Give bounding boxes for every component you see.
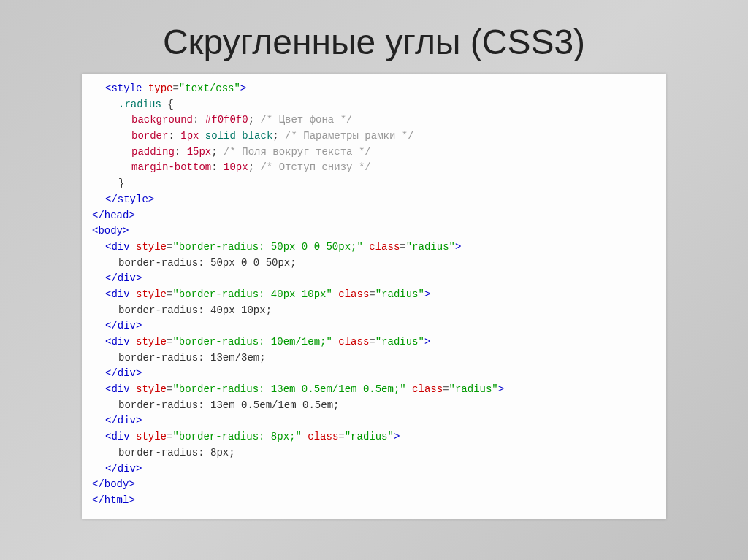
- code-text: 1px: [180, 130, 199, 142]
- code-text: </body>: [92, 478, 135, 490]
- code-text: /* Параметры рамки */: [285, 130, 413, 142]
- code-block: <style type="text/css">.radius {backgrou…: [82, 74, 666, 519]
- page-title: Скругленные углы (CSS3): [0, 22, 748, 62]
- code-text: <div: [105, 431, 130, 442]
- code-text: "text/css": [179, 83, 240, 94]
- code-text: black: [242, 130, 272, 142]
- code-text: padding: [131, 146, 175, 158]
- code-text: class: [308, 431, 338, 442]
- code-text: =: [172, 83, 178, 94]
- code-text: #f0f0f0: [205, 114, 248, 126]
- code-text: <div: [105, 288, 130, 300]
- code-text: {: [167, 99, 173, 110]
- code-text: border-radius: 13em 0.5em/1em 0.5em;: [118, 399, 339, 411]
- code-text: >: [240, 83, 246, 94]
- code-text: border-radius: 40px 10px;: [118, 304, 272, 316]
- slide: Скругленные углы (CSS3) <style type="tex…: [0, 0, 748, 560]
- code-text: /* Поля вокруг текста */: [224, 146, 371, 158]
- code-text: <div: [105, 383, 130, 395]
- code-text: <div: [105, 241, 130, 253]
- code-text: style: [136, 241, 167, 253]
- code-text: border-radius: 13em/3em;: [118, 352, 266, 364]
- code-text: >: [424, 288, 430, 300]
- code-text: <body>: [92, 225, 129, 237]
- code-text: class: [369, 241, 400, 253]
- code-text: "radius": [375, 288, 424, 300]
- code-text: >: [394, 431, 400, 442]
- code-text: style: [136, 383, 167, 395]
- code-text: class: [338, 288, 369, 300]
- code-text: }: [118, 177, 124, 189]
- code-text: type: [148, 83, 173, 94]
- code-text: /* Отступ снизу */: [260, 161, 370, 173]
- code-text: "radius": [345, 431, 394, 442]
- code-text: </div>: [105, 367, 142, 379]
- code-text: "border-radius: 40px 10px": [172, 288, 332, 300]
- code-text: "border-radius: 13em 0.5em/1em 0.5em;": [172, 383, 405, 395]
- code-text: class: [412, 383, 443, 395]
- code-text: </html>: [92, 494, 135, 506]
- code-text: class: [338, 336, 369, 348]
- code-text: style: [136, 336, 167, 348]
- code-text: </head>: [92, 210, 135, 221]
- code-text: border: [131, 130, 168, 142]
- code-text: border-radius: 50px 0 0 50px;: [118, 257, 297, 269]
- code-text: <style: [105, 83, 142, 94]
- code-text: .radius: [118, 99, 161, 110]
- code-text: ;: [248, 114, 254, 126]
- code-text: ;: [211, 146, 217, 158]
- code-text: >: [424, 336, 430, 348]
- code-text: </div>: [105, 415, 142, 426]
- code-text: "radius": [375, 336, 424, 348]
- code-text: "radius": [406, 241, 455, 253]
- code-text: /* Цвет фона */: [260, 114, 352, 126]
- code-text: ;: [272, 130, 278, 142]
- code-text: "border-radius: 50px 0 0 50px;": [172, 241, 362, 253]
- code-text: </div>: [105, 463, 142, 475]
- code-text: 15px: [187, 146, 212, 158]
- code-text: >: [498, 383, 504, 395]
- code-text: 10px: [224, 161, 248, 173]
- code-text: "border-radius: 8px;": [172, 431, 301, 442]
- code-text: border-radius: 8px;: [118, 447, 235, 459]
- code-text: =: [369, 288, 375, 300]
- code-text: =: [338, 431, 344, 442]
- code-text: =: [443, 383, 449, 395]
- code-text: style: [136, 431, 167, 442]
- code-text: "radius": [449, 383, 498, 395]
- code-text: </style>: [105, 193, 154, 205]
- code-text: "border-radius: 10em/1em;": [172, 336, 332, 348]
- code-text: margin-bottom: [131, 161, 211, 173]
- code-text: style: [136, 288, 167, 300]
- code-text: =: [400, 241, 405, 253]
- code-text: solid: [205, 130, 236, 142]
- code-text: ;: [248, 161, 254, 173]
- code-text: </div>: [105, 320, 142, 331]
- code-text: <div: [105, 336, 130, 348]
- code-text: background: [131, 114, 193, 126]
- code-text: >: [455, 241, 461, 253]
- code-text: =: [369, 336, 375, 348]
- code-text: </div>: [105, 272, 142, 284]
